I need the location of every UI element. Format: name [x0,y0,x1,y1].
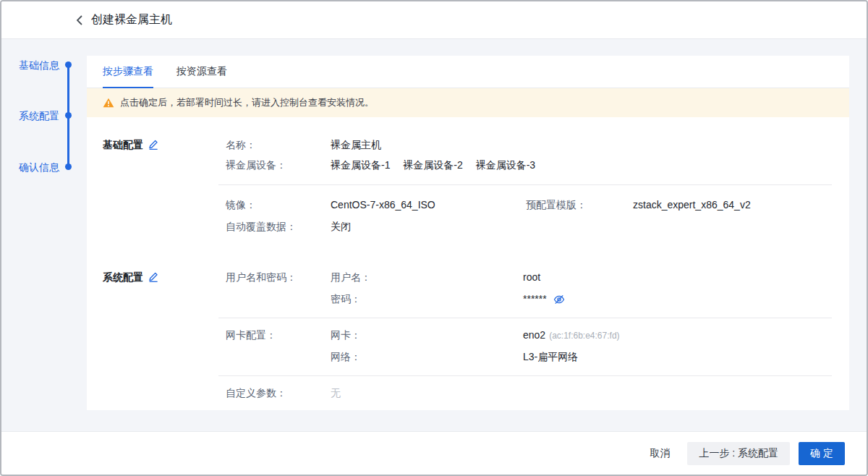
nic-mac-text: (ac:1f:6b:e4:67:fd) [549,331,619,341]
row-network: 网络： L3-扁平网络 [87,349,849,365]
page-title: 创建裸金属主机 [91,12,172,27]
row-nic: 网卡配置： 网卡： eno2(ac:1f:6b:e4:67:fd) [87,327,849,343]
field-value-template: zstack_expert_x86_64_v2 [633,197,751,213]
step-system-config[interactable]: 系统配置 [19,110,59,123]
section-title-system-config: 系统配置 [103,269,158,286]
eye-invisible-icon [553,294,565,305]
field-label-custom-params: 自定义参数： [226,385,286,401]
row-credentials: 系统配置 用户名和密码： 用户名： root [87,269,849,285]
field-label-nic: 网卡： [331,327,361,343]
step-dot-1 [65,61,72,68]
device-item-2: 裸金属设备-2 [403,159,462,171]
summary-rows: 基础配置 名称： 裸金属主机 裸金属设备： 裸金属设备-1 裸金属设备-2 裸金… [87,56,849,410]
cancel-button[interactable]: 取消 [650,447,670,460]
device-item-1: 裸金属设备-1 [331,159,390,171]
field-label-network: 网络： [331,349,361,365]
field-value-custom-params: 无 [331,385,341,401]
divider [218,375,832,376]
step-dot-2 [65,112,72,119]
edit-basic-config-button[interactable] [148,138,158,154]
edit-system-config-button[interactable] [148,271,158,286]
chevron-left-icon [76,14,83,26]
section-title-basic-text: 基础配置 [103,139,143,150]
row-custom-params: 自定义参数： 无 [87,385,849,401]
step-confirm-info[interactable]: 确认信息 [19,161,59,174]
field-label-username: 用户名： [331,269,371,285]
field-label-devices: 裸金属设备： [226,157,286,173]
row-password: 密码： ****** [87,291,849,307]
pencil-icon [148,272,158,282]
field-value-overwrite: 关闭 [331,218,351,234]
previous-step-button[interactable]: 上一步 : 系统配置 [687,442,790,465]
step-basic-info[interactable]: 基础信息 [19,59,59,72]
password-visibility-toggle[interactable] [553,293,565,309]
row-devices: 裸金属设备： 裸金属设备-1 裸金属设备-2 裸金属设备-3 [87,157,849,173]
field-label-name: 名称： [226,137,256,153]
nic-name-text: eno2 [523,329,545,341]
field-value-network: L3-扁平网络 [523,349,578,365]
field-value-password: ****** [523,291,565,309]
confirm-button[interactable]: 确 定 [799,442,845,465]
pencil-icon [148,140,158,150]
field-value-username: root [523,269,540,285]
summary-card: 按步骤查看 按资源查看 点击确定后，若部署时间过长，请进入控制台查看安装情况。 … [87,56,849,410]
field-label-image: 镜像： [226,197,256,213]
field-label-password: 密码： [331,291,361,307]
section-title-basic-config: 基础配置 [103,137,158,154]
field-label-nic-config: 网卡配置： [226,327,276,343]
field-value-nic: eno2(ac:1f:6b:e4:67:fd) [523,327,620,344]
row-overwrite: 自动覆盖数据： 关闭 [87,218,849,234]
field-label-template: 预配置模版： [526,197,587,213]
row-image: 镜像： CentOS-7-x86_64_ISO 预配置模版： zstack_ex… [87,197,849,213]
row-name: 基础配置 名称： 裸金属主机 [87,137,849,153]
divider [218,184,832,185]
footer-action-bar: 取消 上一步 : 系统配置 确 定 [1,431,867,475]
field-value-image: CentOS-7-x86_64_ISO [331,197,435,213]
create-baremetal-host-page: 创建裸金属主机 基础信息 系统配置 确认信息 按步骤查看 按资源查看 点击确定后… [0,0,868,476]
step-dot-3 [65,163,72,170]
section-title-system-text: 系统配置 [103,271,143,283]
divider [218,318,832,318]
field-label-overwrite: 自动覆盖数据： [226,218,297,234]
back-button[interactable] [76,14,83,26]
password-masked-text: ****** [523,293,547,305]
device-item-3: 裸金属设备-3 [476,159,535,171]
field-value-devices: 裸金属设备-1 裸金属设备-2 裸金属设备-3 [331,157,545,173]
field-label-credentials: 用户名和密码： [226,269,297,285]
wizard-steps: 基础信息 系统配置 确认信息 [1,39,87,213]
field-value-name: 裸金属主机 [331,137,381,153]
page-header: 创建裸金属主机 [1,1,867,39]
